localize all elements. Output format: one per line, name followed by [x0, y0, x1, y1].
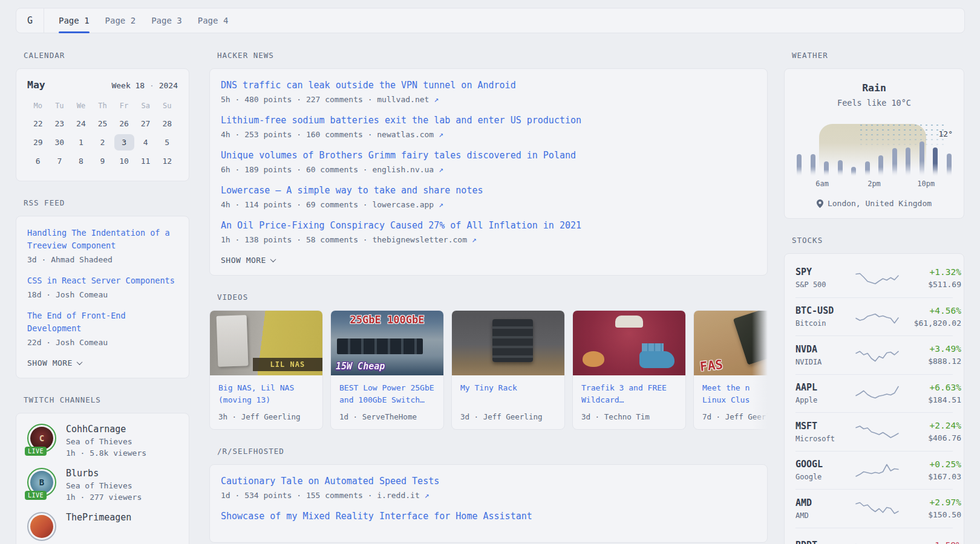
- rss-item-title[interactable]: The End of Front-End Development: [27, 309, 178, 335]
- stock-row[interactable]: BTC-USD Bitcoin +4.56% $61,820.02: [795, 297, 953, 336]
- stock-price: $184.51: [900, 395, 961, 404]
- external-link-icon: ↗: [439, 200, 443, 209]
- hn-item-title[interactable]: Unique volumes of Brothers Grimm fairy t…: [221, 149, 756, 162]
- video-meta: 1d · ServeTheHome: [339, 412, 435, 421]
- hackernews-card: DNS traffic can leak outside the VPN tun…: [209, 68, 768, 276]
- x-tick-label: 6am: [815, 180, 829, 188]
- hn-item-title[interactable]: DNS traffic can leak outside the VPN tun…: [221, 79, 756, 92]
- external-link-icon: ↗: [425, 491, 430, 500]
- calendar-separator: ·: [149, 81, 154, 90]
- rss-show-more-button[interactable]: SHOW MORE: [27, 358, 178, 368]
- avatar: [30, 515, 53, 538]
- twitch-channel-name[interactable]: CohhCarnage: [66, 424, 146, 435]
- live-badge: LIVE: [25, 447, 47, 456]
- video-thumbnail[interactable]: [452, 311, 564, 375]
- day-number: 1: [71, 134, 91, 151]
- rss-item-title[interactable]: CSS in React Server Components: [27, 274, 178, 287]
- thumbnail-caption: FAS: [699, 357, 724, 374]
- calendar-month: May: [27, 79, 45, 91]
- day-number: 28: [157, 115, 177, 132]
- calendar-day: 7: [49, 152, 71, 170]
- video-title[interactable]: (moving 13): [218, 394, 314, 406]
- hn-item-meta: 4h · 114 points · 69 comments · lowercas…: [221, 199, 756, 210]
- video-title[interactable]: Linux Clus: [702, 394, 768, 406]
- video-thumbnail[interactable]: [573, 311, 685, 375]
- calendar-day: 29: [27, 133, 49, 152]
- video-title[interactable]: BEST Low Power 25GbE: [339, 382, 435, 394]
- hn-item-title[interactable]: Lowercase – A simple way to take and sha…: [221, 184, 756, 197]
- stock-row[interactable]: MSFT Microsoft +2.24% $406.76: [795, 412, 953, 451]
- weather-section: WEATHER Rain Feels like 10°C 12° 6am 2pm: [784, 51, 964, 219]
- show-more-label: SHOW MORE: [221, 256, 266, 265]
- stock-row[interactable]: SPY S&P 500 +1.32% $511.69: [795, 259, 953, 297]
- video-title[interactable]: and 100GbE Switch…: [339, 394, 435, 406]
- hn-item-title[interactable]: Lithium-free sodium batteries exit the l…: [221, 114, 756, 127]
- video-thumbnail[interactable]: 25GbE 100GbE 15W Cheap: [331, 311, 443, 375]
- stock-name: Bitcoin: [795, 319, 856, 328]
- reddit-item-title[interactable]: Showcase of my Mixed Reality Interface f…: [221, 510, 756, 523]
- reddit-card: Cautionary Tale on Automated Speed Tests…: [209, 464, 768, 543]
- stocks-section-label: STOCKS: [792, 236, 964, 245]
- hn-item-meta: 5h · 480 points · 227 comments · mullvad…: [221, 94, 756, 105]
- hn-item: An Oil Price-Fixing Conspiracy Caused 27…: [221, 219, 756, 245]
- thumbnail-caption: 15W Cheap: [336, 361, 385, 372]
- videos-section: VIDEOS LIL NAS Big NAS, Lil NAS (moving …: [209, 293, 768, 430]
- stock-row[interactable]: GOOGL Google +0.25% $167.03: [795, 451, 953, 490]
- rss-item-meta: 22d · Josh Comeau: [27, 337, 178, 348]
- weather-highlight-temp: 12°: [939, 129, 953, 138]
- rss-item-title[interactable]: Handling The Indentation of a Treeview C…: [27, 227, 178, 252]
- calendar-day: 11: [135, 152, 157, 170]
- thumbnail-caption: LIL NAS: [253, 358, 322, 371]
- calendar-day: 26: [113, 114, 135, 133]
- video-title[interactable]: Big NAS, Lil NAS: [218, 382, 314, 394]
- video-thumbnail[interactable]: FAS: [694, 311, 768, 375]
- stock-row[interactable]: AMD AMD +2.97% $150.50: [795, 489, 953, 528]
- twitch-channel-name[interactable]: ThePrimeagen: [66, 512, 131, 523]
- day-number: 12: [157, 153, 177, 169]
- reddit-item-title[interactable]: Cautionary Tale on Automated Speed Tests: [221, 475, 756, 488]
- stock-row[interactable]: NVDA NVIDIA +3.49% $888.12: [795, 335, 953, 374]
- tab-page-1[interactable]: Page 1: [59, 8, 90, 33]
- video-thumbnail[interactable]: LIL NAS: [210, 311, 322, 375]
- hn-item-title[interactable]: An Oil Price-Fixing Conspiracy Caused 27…: [221, 219, 756, 232]
- twitch-channel-meta: 1h · 5.8k viewers: [66, 448, 146, 458]
- twitch-channel-row[interactable]: B LIVE Blurbs Sea of Thieves 1h · 277 vi…: [27, 468, 178, 502]
- twitch-channel-row[interactable]: C LIVE CohhCarnage Sea of Thieves 1h · 5…: [27, 424, 178, 458]
- tab-page-2[interactable]: Page 2: [105, 8, 136, 33]
- weather-section-label: WEATHER: [792, 51, 964, 60]
- calendar-day: 10: [113, 152, 135, 170]
- day-number: 26: [114, 115, 134, 132]
- stock-row[interactable]: AAPL Apple +6.63% $184.51: [795, 374, 953, 413]
- stock-price: $167.03: [900, 472, 961, 481]
- video-title[interactable]: Wildcard…: [581, 394, 677, 406]
- calendar-day: 1: [70, 133, 92, 152]
- stock-row[interactable]: RDDT -1.59%: [795, 528, 953, 544]
- twitch-channel-name[interactable]: Blurbs: [66, 468, 142, 479]
- twitch-channel-game: Sea of Thieves: [66, 481, 142, 490]
- hn-meta-text: 6h · 189 points · 60 comments ·: [221, 165, 372, 174]
- day-number: 23: [50, 115, 70, 132]
- day-number: 29: [28, 134, 48, 151]
- tab-page-3[interactable]: Page 3: [151, 8, 182, 33]
- calendar-day: 28: [156, 114, 178, 133]
- day-number: 10: [114, 153, 134, 169]
- day-number: 8: [71, 153, 91, 169]
- thumbnail-art: [639, 351, 675, 368]
- stock-price: $888.12: [900, 357, 961, 366]
- video-title[interactable]: Traefik 3 and FREE: [581, 382, 677, 394]
- hn-item-meta: 1h · 138 points · 58 comments · thebigne…: [221, 234, 756, 245]
- hackernews-section: HACKER NEWS DNS traffic can leak outside…: [209, 51, 768, 276]
- twitch-channel-row[interactable]: ThePrimeagen: [27, 512, 178, 541]
- calendar-day: 12: [156, 152, 178, 170]
- app-logo[interactable]: G: [16, 8, 44, 33]
- stock-sparkline: [856, 270, 900, 287]
- calendar-section: CALENDAR May Week 18 · 2024 Mo Tu We: [16, 51, 189, 181]
- video-title[interactable]: My Tiny Rack: [460, 382, 556, 394]
- hn-show-more-button[interactable]: SHOW MORE: [221, 256, 756, 265]
- weather-card: Rain Feels like 10°C 12° 6am 2pm 10pm: [784, 68, 964, 219]
- video-title[interactable]: Meet the n: [702, 382, 768, 394]
- videos-row: LIL NAS Big NAS, Lil NAS (moving 13) 3h …: [209, 310, 768, 430]
- calendar-day: 8: [70, 152, 92, 170]
- reddit-section: /R/SELFHOSTED Cautionary Tale on Automat…: [209, 447, 768, 543]
- tab-page-4[interactable]: Page 4: [198, 8, 229, 33]
